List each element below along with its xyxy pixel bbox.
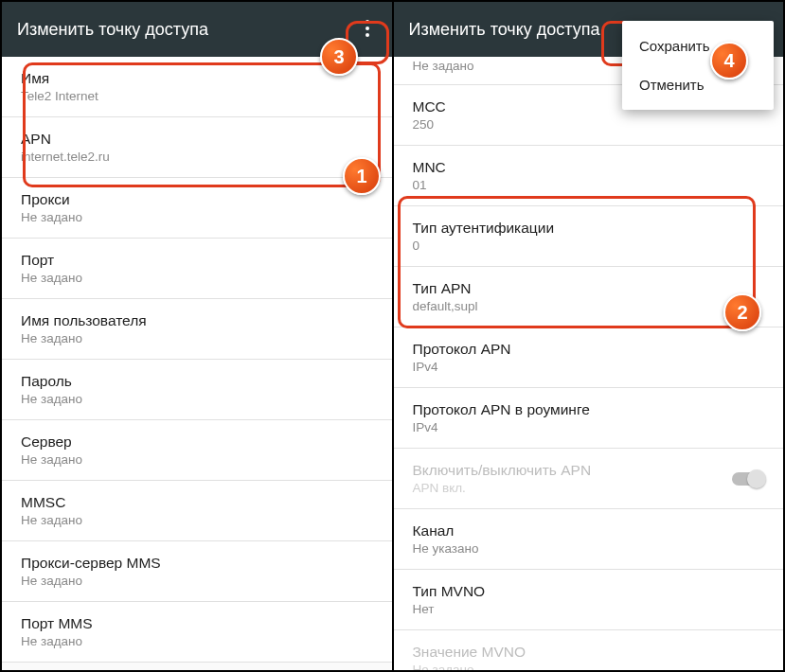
row-label: Прокси-сервер MMS xyxy=(21,555,373,572)
row-value: Tele2 Internet xyxy=(21,89,373,103)
annotation-badge-1: 1 xyxy=(343,157,381,195)
row-label: APN xyxy=(21,131,373,148)
row-value: 0 xyxy=(413,239,765,253)
row-label: Сервер xyxy=(21,433,373,451)
row-value: 250 xyxy=(413,117,765,132)
row-auth-type[interactable]: Тип аутентификации 0 xyxy=(394,206,784,267)
row-apn[interactable]: APN internet.tele2.ru xyxy=(2,117,392,178)
more-vert-icon xyxy=(366,20,369,37)
row-label: Тип аутентификации xyxy=(413,220,765,237)
row-value: Не задано xyxy=(21,210,373,224)
dual-screenshot-container: Изменить точку доступа Имя Tele2 Interne… xyxy=(0,0,785,672)
row-value: IPv4 xyxy=(413,420,765,434)
row-apn-enable: Включить/выключить APN APN вкл. xyxy=(394,449,784,509)
row-mmsc[interactable]: MMSC Не задано xyxy=(2,481,392,541)
row-value: Не задано xyxy=(21,574,373,588)
settings-list-left: Имя Tele2 Internet APN internet.tele2.ru… xyxy=(2,57,392,670)
row-value: internet.tele2.ru xyxy=(21,150,373,164)
row-value: Не указано xyxy=(413,541,765,556)
row-value: Не задано xyxy=(413,663,765,670)
row-channel[interactable]: Канал Не указано xyxy=(394,509,784,570)
header-title-left: Изменить точку доступа xyxy=(17,20,208,40)
row-value: default,supl xyxy=(413,299,765,313)
row-label: Тип MVNO xyxy=(413,583,765,600)
row-mms-proxy[interactable]: Прокси-сервер MMS Не задано xyxy=(2,541,392,602)
row-mnc[interactable]: MNC 01 xyxy=(394,146,784,206)
popup-save[interactable]: Сохранить xyxy=(622,27,774,65)
overflow-menu-button[interactable] xyxy=(348,9,386,47)
row-label: Имя пользователя xyxy=(21,312,373,329)
row-label: Порт MMS xyxy=(21,615,373,632)
row-value: Не задано xyxy=(21,271,373,285)
row-apn-protocol[interactable]: Протокол APN IPv4 xyxy=(394,327,784,388)
row-label: Порт xyxy=(21,252,373,269)
row-label: Протокол APN xyxy=(413,341,765,358)
row-label: Имя xyxy=(21,70,373,87)
row-mms-port[interactable]: Порт MMS Не задано xyxy=(2,602,392,663)
row-label: Значение MVNO xyxy=(413,644,765,661)
row-value: Не задано xyxy=(21,452,373,467)
row-value: 01 xyxy=(413,178,765,192)
overflow-popup-menu: Сохранить Отменить xyxy=(622,21,774,110)
annotation-badge-2: 2 xyxy=(723,293,761,331)
annotation-badge-3: 3 xyxy=(320,38,358,76)
row-label: Протокол APN в роуминге xyxy=(413,401,765,418)
screen-right: Изменить точку доступа Не задано MCC 250… xyxy=(393,2,784,670)
row-server[interactable]: Сервер Не задано xyxy=(2,420,392,481)
toggle-switch xyxy=(732,472,764,486)
row-value: Не задано xyxy=(21,513,373,527)
row-value: Не задано xyxy=(21,634,373,648)
row-value: Не задано xyxy=(21,392,373,406)
row-label: MMSC xyxy=(21,494,373,511)
row-proxy[interactable]: Прокси Не задано xyxy=(2,178,392,239)
row-apn-roaming-protocol[interactable]: Протокол APN в роуминге IPv4 xyxy=(394,388,784,449)
row-mvno-value: Значение MVNO Не задано xyxy=(394,630,784,670)
row-label: MNC xyxy=(413,159,765,176)
row-label: Тип APN xyxy=(413,280,765,297)
row-value: IPv4 xyxy=(413,360,765,374)
row-port[interactable]: Порт Не задано xyxy=(2,239,392,299)
screen-left: Изменить точку доступа Имя Tele2 Interne… xyxy=(2,2,393,670)
row-label: Прокси xyxy=(21,191,373,208)
settings-list-right: Не задано MCC 250 MNC 01 Тип аутентифика… xyxy=(394,57,784,670)
row-value: Не задано xyxy=(21,331,373,345)
row-label: Включить/выключить APN xyxy=(413,462,592,479)
row-value: APN вкл. xyxy=(413,481,592,495)
annotation-badge-4: 4 xyxy=(710,42,748,80)
row-username[interactable]: Имя пользователя Не задано xyxy=(2,299,392,360)
header-title-right: Изменить точку доступа xyxy=(409,20,600,40)
row-label: Пароль xyxy=(21,373,373,390)
row-label: Канал xyxy=(413,522,765,539)
popup-cancel[interactable]: Отменить xyxy=(622,65,774,104)
row-password[interactable]: Пароль Не задано xyxy=(2,360,392,420)
row-mvno-type[interactable]: Тип MVNO Нет xyxy=(394,570,784,630)
row-value: Нет xyxy=(413,602,765,616)
